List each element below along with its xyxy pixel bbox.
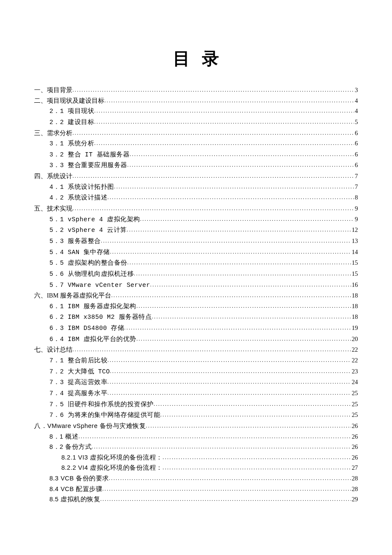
toc-leader-dots [154,400,351,408]
toc-entry[interactable]: 三、需求分析6 [34,128,358,139]
toc-entry[interactable]: 四、系统设计7 [34,171,358,182]
toc-entry[interactable]: 8.4 VCB 配置步骤 28 [49,484,358,494]
toc-entry-label: 6．2 IBM x3850 M2 服务器特点 [49,312,152,323]
toc-entry[interactable]: 6．3 IBM DS4800 存储19 [49,323,358,334]
toc-leader-dots [100,495,351,503]
toc-entry-page: 25 [351,410,358,420]
toc-entry[interactable]: 3．1 系统分析6 [49,138,358,149]
toc-entry-label: 5．1 vSphere 4 虚拟化架构 [49,214,140,225]
toc-entry[interactable]: 七、设计总结22 [34,344,358,355]
toc-leader-dots [146,422,351,430]
toc-entry[interactable]: 2．1 项目现状4 [49,106,358,117]
toc-entry[interactable]: 5．1 vSphere 4 虚拟化架构9 [49,214,358,225]
toc-entry-label: 8.3 VCB 备份的要求 [49,473,109,484]
toc-entry-label: 7．6 为将来的集中网络存储提供可能 [49,410,160,421]
toc-leader-dots [124,324,351,332]
toc-entry-label: 8.2.2 VI4 虚拟化环境的备份流程： [61,462,163,473]
toc-entry-page: 7 [354,171,358,182]
toc-entry[interactable]: 5．2 vSphere 4 云计算12 [49,225,358,236]
toc-entry-label: 六、IBM 服务器虚拟化平台 [34,290,111,301]
toc-entry-page: 15 [351,269,358,279]
toc-leader-dots [78,432,351,441]
toc-entry[interactable]: 7．4 提高服务水平25 [49,388,358,399]
toc-entry[interactable]: 8．2 备份方式 26 [49,442,358,452]
toc-entry[interactable]: 5．5 虚拟架构的整合备份15 [49,257,358,269]
table-of-contents: 一、项目背景3二、项目现状及建设目标42．1 项目现状42．2 建设目标5三、需… [34,85,358,505]
toc-entry-label: 4．2 系统设计描述 [49,193,107,203]
toc-entry[interactable]: 3．2 整合 IT 基础服务器6 [49,149,358,160]
toc-entry-label: 8.2.1 VI3 虚拟化环境的备份流程： [61,452,163,463]
toc-entry-page: 28 [351,473,358,484]
toc-entry[interactable]: 2．2 建设目标5 [49,117,358,128]
toc-entry-page: 3 [354,85,358,95]
toc-entry-label: 7．4 提高服务水平 [49,388,107,399]
toc-entry[interactable]: 7．3 提高运营效率24 [49,377,358,388]
toc-entry-page: 24 [351,377,358,387]
toc-entry-label: 7．1 整合前后比较 [49,356,107,366]
toc-entry[interactable]: 8.5 虚拟机的恢复 29 [49,494,358,505]
toc-leader-dots [140,215,354,223]
toc-entry[interactable]: 6．2 IBM x3850 M2 服务器特点18 [49,312,358,323]
toc-entry[interactable]: 8．1 概述 26 [49,431,358,442]
toc-leader-dots [104,96,354,105]
toc-entry-page: 26 [351,421,358,431]
toc-entry[interactable]: 7．2 大大降低 TCO23 [49,366,358,377]
toc-entry[interactable]: 7．6 为将来的集中网络存储提供可能25 [49,410,358,421]
toc-entry-page: 14 [351,247,358,257]
toc-entry-page: 6 [354,138,358,149]
toc-entry[interactable]: 8.2.2 VI4 虚拟化环境的备份流程： 27 [61,462,358,473]
toc-entry-page: 8 [354,192,358,203]
toc-entry[interactable]: 五、技术实现9 [34,203,358,214]
toc-entry-page: 6 [354,149,358,160]
toc-entry-label: 7．2 大大降低 TCO [49,367,110,377]
toc-leader-dots [72,86,354,94]
toc-leader-dots [72,204,354,213]
toc-entry[interactable]: 二、项目现状及建设目标4 [34,95,358,106]
toc-entry[interactable]: 八．VMware vSphere 备份与灾难恢复26 [34,421,358,431]
toc-entry-label: 三、需求分析 [34,128,72,139]
toc-leader-dots [152,312,351,321]
toc-entry-page: 15 [351,257,358,268]
toc-entry-page: 16 [351,280,358,290]
toc-leader-dots [109,474,351,483]
toc-entry[interactable]: 4．2 系统设计描述8 [49,192,358,203]
toc-entry[interactable]: 一、项目背景3 [34,85,358,95]
toc-leader-dots [127,225,351,234]
toc-leader-dots [150,280,351,289]
toc-entry[interactable]: 5．7 VMware vCenter Server16 [49,280,358,291]
toc-entry-label: 5．5 虚拟架构的整合备份 [49,258,127,269]
toc-entry-label: 6．3 IBM DS4800 存储 [49,323,124,334]
toc-entry-label: 5．7 VMware vCenter Server [49,280,150,291]
toc-leader-dots [127,161,354,169]
toc-entry[interactable]: 5．3 服务器整合13 [49,236,358,247]
toc-entry[interactable]: 4．1 系统设计拓扑图7 [49,182,358,193]
toc-entry-page: 29 [351,494,358,505]
toc-entry[interactable]: 7．5 旧硬件和操作系统的投资保护25 [49,399,358,410]
toc-leader-dots [160,410,351,419]
toc-entry[interactable]: 5．6 从物理机向虚拟机迁移15 [49,269,358,280]
toc-entry[interactable]: 6．4 IBM 虚拟化平台的优势20 [49,334,358,345]
toc-entry[interactable]: 3．3 整合重要应用服务器6 [49,160,358,171]
toc-entry-label: 5．4 SAN 集中存储 [49,247,110,258]
toc-entry[interactable]: 6．1 IBM 服务器虚拟化架构18 [49,301,358,312]
toc-entry-label: 一、项目背景 [34,85,72,95]
toc-entry-label: 2．1 项目现状 [49,106,94,117]
toc-entry[interactable]: 六、IBM 服务器虚拟化平台18 [34,290,358,301]
toc-entry[interactable]: 8.3 VCB 备份的要求 28 [49,473,358,484]
toc-leader-dots [72,129,354,137]
toc-entry-page: 5 [354,117,358,127]
page-title: 目录 [34,47,358,70]
toc-entry[interactable]: 7．1 整合前后比较22 [49,355,358,366]
toc-entry-page: 22 [351,344,358,355]
toc-entry[interactable]: 5．4 SAN 集中存储14 [49,247,358,258]
toc-entry-label: 8.4 VCB 配置步骤 [49,484,102,494]
toc-leader-dots [94,118,354,126]
toc-leader-dots [130,150,354,159]
toc-entry[interactable]: 8.2.1 VI3 虚拟化环境的备份流程： 26 [61,452,358,463]
toc-leader-dots [107,389,351,397]
toc-entry-page: 13 [351,236,358,246]
toc-leader-dots [111,291,351,300]
toc-leader-dots [94,107,354,115]
toc-entry-label: 5．2 vSphere 4 云计算 [49,225,127,236]
toc-entry-page: 25 [351,388,358,399]
